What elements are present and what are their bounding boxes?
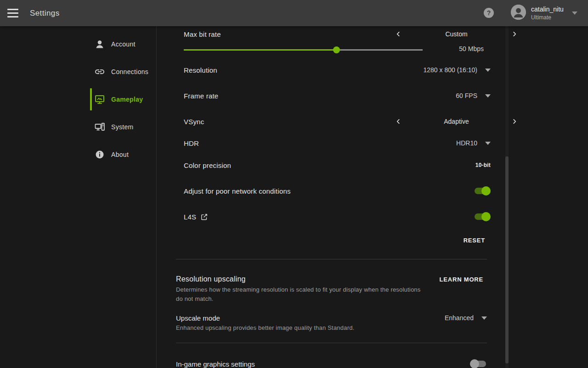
info-icon (94, 149, 105, 160)
external-link-icon[interactable] (200, 213, 208, 221)
ingame-graphics-row: In-game graphics settings (176, 358, 487, 368)
membership-tier: Ultimate (531, 14, 551, 21)
caret-down-icon (485, 142, 491, 145)
chevron-left-icon[interactable] (395, 118, 401, 125)
hdr-value: HDR10 (456, 139, 477, 147)
resolution-select[interactable]: 588 x 368 (16:10) (423, 66, 491, 74)
scrollbar-thumb[interactable] (505, 156, 509, 363)
hdr-select[interactable]: HDR10 (456, 139, 491, 147)
ingame-graphics-toggle[interactable] (470, 359, 487, 368)
l4s-row: L4S (184, 211, 491, 222)
frame-rate-row: Frame rate 60 FPS (184, 90, 491, 101)
caret-down-icon (485, 69, 491, 72)
link-icon (94, 66, 105, 77)
caret-down-icon (481, 316, 487, 320)
vsync-stepper: Adaptive (395, 116, 518, 127)
max-bit-rate-value: Custom (445, 30, 467, 38)
adjust-network-toggle[interactable] (474, 186, 491, 196)
sidebar-item-connections[interactable]: Connections (0, 61, 156, 83)
sidebar-item-label: System (111, 123, 133, 131)
gameplay-settings-panel: Max bit rate Custom 50 Mbps Resolution 1… (157, 26, 588, 368)
bit-rate-slider-thumb[interactable] (333, 46, 340, 53)
l4s-label: L4S (184, 213, 196, 221)
topbar: Settings ? catalin_nitu Ultimate (0, 0, 588, 26)
sidebar-item-label: About (111, 151, 129, 158)
max-bit-rate-row: Max bit rate Custom (184, 29, 491, 40)
sidebar-item-about[interactable]: About (0, 144, 156, 166)
help-icon[interactable]: ? (484, 8, 494, 18)
learn-more-button[interactable]: LEARN MORE (440, 276, 483, 283)
upscale-mode-select[interactable]: Enhanced (445, 314, 487, 322)
page-title: Settings (30, 9, 60, 18)
upscaling-section-title: Resolution upscaling (176, 275, 246, 283)
bit-rate-slider-row: 50 Mbps (184, 45, 491, 54)
menu-icon[interactable] (7, 9, 18, 17)
color-precision-value: 10-bit (475, 162, 491, 168)
l4s-toggle[interactable] (474, 212, 491, 221)
hdr-label: HDR (184, 139, 199, 147)
username: catalin_nitu (531, 6, 564, 13)
display-icon (94, 94, 105, 105)
devices-icon (94, 121, 105, 132)
reset-button[interactable]: RESET (464, 237, 485, 244)
resolution-value: 588 x 368 (16:10) (423, 66, 477, 74)
user-menu-caret-icon[interactable] (572, 12, 577, 15)
caret-down-icon (485, 94, 491, 98)
adjust-network-row: Adjust for poor network conditions (184, 185, 491, 196)
adjust-network-label: Adjust for poor network conditions (184, 187, 291, 195)
chevron-right-icon[interactable] (511, 31, 518, 37)
sidebar-item-gameplay[interactable]: Gameplay (0, 88, 156, 110)
vsync-row: VSync Adaptive (184, 116, 491, 127)
frame-rate-select[interactable]: 60 FPS (456, 92, 491, 99)
sidebar-item-label: Account (111, 40, 136, 48)
settings-sidebar: Account Connections Gameplay (0, 26, 157, 368)
upscale-mode-label: Upscale mode (176, 314, 220, 322)
upscale-mode-description: Enhanced upscaling provides better image… (176, 323, 424, 333)
resolution-row: Resolution 588 x 368 (16:10) (184, 64, 491, 75)
max-bit-rate-label: Max bit rate (184, 30, 221, 38)
section-divider (176, 343, 487, 343)
avatar[interactable] (511, 5, 526, 20)
bit-rate-value: 50 Mbps (459, 45, 484, 52)
sidebar-item-account[interactable]: Account (0, 33, 156, 55)
person-icon (94, 39, 105, 50)
ingame-graphics-label: In-game graphics settings (176, 360, 255, 368)
sidebar-item-label: Gameplay (111, 96, 143, 103)
section-divider (176, 259, 487, 259)
sidebar-item-system[interactable]: System (0, 116, 156, 138)
person-silhouette-icon (511, 5, 526, 20)
color-precision-label: Color precision (184, 161, 231, 169)
upscale-mode-value: Enhanced (445, 314, 474, 322)
color-precision-row: Color precision 10-bit (184, 160, 491, 171)
upscaling-section-description: Determines how the streaming resolution … (176, 285, 424, 304)
bit-rate-slider[interactable] (184, 49, 423, 51)
frame-rate-value: 60 FPS (456, 92, 477, 99)
frame-rate-label: Frame rate (184, 92, 218, 100)
bit-rate-slider-fill (184, 49, 337, 51)
max-bit-rate-stepper: Custom (395, 29, 518, 40)
vsync-value: Adaptive (444, 118, 469, 125)
chevron-right-icon[interactable] (511, 118, 518, 125)
vsync-label: VSync (184, 118, 204, 126)
hdr-row: HDR HDR10 (184, 138, 491, 149)
sidebar-item-label: Connections (111, 68, 148, 75)
upscale-mode-row: Upscale mode Enhanced (176, 312, 487, 323)
resolution-label: Resolution (184, 66, 217, 74)
chevron-left-icon[interactable] (395, 31, 401, 37)
